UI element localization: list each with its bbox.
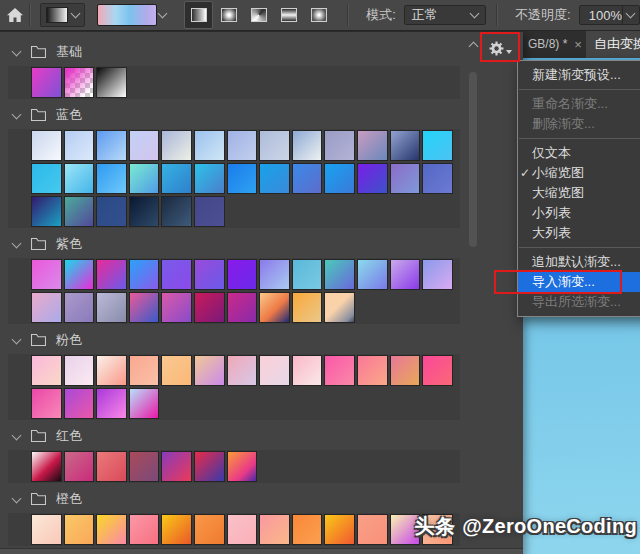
- gradient-swatch[interactable]: [96, 196, 127, 227]
- tool-preset-picker[interactable]: [40, 3, 85, 27]
- gradient-swatch[interactable]: [324, 163, 355, 194]
- gradient-swatch[interactable]: [129, 355, 160, 386]
- gradient-swatch[interactable]: [64, 67, 95, 98]
- gradient-swatch[interactable]: [357, 163, 388, 194]
- gradient-swatch[interactable]: [357, 130, 388, 161]
- gradient-swatch[interactable]: [324, 292, 355, 323]
- gradient-swatch[interactable]: [227, 514, 258, 545]
- gradient-swatch[interactable]: [96, 292, 127, 323]
- gradient-swatch[interactable]: [31, 259, 62, 290]
- gradient-swatch[interactable]: [129, 292, 160, 323]
- gradient-swatch[interactable]: [422, 163, 453, 194]
- gradient-swatch[interactable]: [194, 163, 225, 194]
- gradient-type-linear-button[interactable]: [184, 1, 213, 29]
- gradient-swatch[interactable]: [96, 67, 127, 98]
- gradient-swatch[interactable]: [129, 163, 160, 194]
- group-header[interactable]: 粉色: [0, 332, 523, 348]
- gradient-swatch[interactable]: [64, 196, 95, 227]
- gradient-swatch[interactable]: [292, 514, 323, 545]
- menu-item[interactable]: 新建渐变预设...: [518, 65, 640, 85]
- opacity-dropdown[interactable]: 100%: [579, 5, 640, 25]
- home-button[interactable]: [5, 2, 24, 28]
- gradient-swatch[interactable]: [64, 388, 95, 419]
- gradient-swatch[interactable]: [129, 388, 160, 419]
- gradient-swatch[interactable]: [292, 259, 323, 290]
- gradient-swatch[interactable]: [259, 292, 290, 323]
- gradient-swatch[interactable]: [96, 163, 127, 194]
- gradient-swatch[interactable]: [259, 259, 290, 290]
- gradient-swatch[interactable]: [31, 67, 62, 98]
- gradient-swatch[interactable]: [96, 259, 127, 290]
- gradient-swatch[interactable]: [259, 163, 290, 194]
- gradient-swatch[interactable]: [96, 514, 127, 545]
- gradient-swatch[interactable]: [390, 130, 421, 161]
- gradient-swatch[interactable]: [194, 292, 225, 323]
- gradient-swatch[interactable]: [129, 196, 160, 227]
- menu-item[interactable]: 追加默认渐变...: [518, 252, 640, 272]
- gradient-swatch[interactable]: [161, 163, 192, 194]
- gradient-swatch[interactable]: [227, 130, 258, 161]
- gradient-swatch[interactable]: [31, 388, 62, 419]
- gradient-swatch[interactable]: [31, 196, 62, 227]
- panel-menu-button[interactable]: [487, 37, 514, 59]
- gradient-swatch[interactable]: [96, 388, 127, 419]
- gradient-swatch[interactable]: [357, 355, 388, 386]
- gradient-swatch[interactable]: [324, 514, 355, 545]
- blend-mode-dropdown[interactable]: 正常: [404, 5, 487, 25]
- gradient-swatch[interactable]: [259, 130, 290, 161]
- gradient-swatch[interactable]: [422, 130, 453, 161]
- group-header[interactable]: 基础: [0, 44, 523, 60]
- gradient-type-diamond-button[interactable]: [304, 1, 333, 29]
- gradient-type-reflected-button[interactable]: [274, 1, 303, 29]
- gradient-swatch[interactable]: [96, 130, 127, 161]
- gradient-swatch[interactable]: [161, 259, 192, 290]
- gradient-preview-bar[interactable]: [97, 4, 157, 26]
- gradient-swatch[interactable]: [227, 163, 258, 194]
- group-header[interactable]: 紫色: [0, 236, 523, 252]
- menu-item[interactable]: 大缩览图: [518, 183, 640, 203]
- gradient-swatch[interactable]: [357, 514, 388, 545]
- gradient-swatch[interactable]: [324, 259, 355, 290]
- gradient-swatch[interactable]: [357, 259, 388, 290]
- gradient-swatch[interactable]: [227, 259, 258, 290]
- gradient-swatch[interactable]: [31, 355, 62, 386]
- gradient-swatch[interactable]: [324, 355, 355, 386]
- gradient-swatch[interactable]: [31, 292, 62, 323]
- gradient-swatch[interactable]: [129, 130, 160, 161]
- gradient-swatch[interactable]: [31, 130, 62, 161]
- gradient-swatch[interactable]: [31, 163, 62, 194]
- gradient-swatch[interactable]: [64, 451, 95, 482]
- gradient-swatch[interactable]: [161, 451, 192, 482]
- gradient-swatch[interactable]: [292, 130, 323, 161]
- gradient-swatch[interactable]: [194, 355, 225, 386]
- gradient-swatch[interactable]: [194, 196, 225, 227]
- gradient-swatch[interactable]: [292, 292, 323, 323]
- gradient-picker-toggle[interactable]: [157, 4, 169, 26]
- gradient-swatch[interactable]: [227, 451, 258, 482]
- gradient-swatch[interactable]: [161, 514, 192, 545]
- gradient-swatch[interactable]: [31, 514, 62, 545]
- gradient-swatch[interactable]: [390, 355, 421, 386]
- menu-item[interactable]: 导入渐变...: [518, 272, 640, 292]
- gradient-swatch[interactable]: [292, 355, 323, 386]
- gradient-swatch[interactable]: [259, 514, 290, 545]
- group-header[interactable]: 红色: [0, 428, 523, 444]
- gradient-swatch[interactable]: [161, 196, 192, 227]
- gradient-swatch[interactable]: [129, 259, 160, 290]
- gradient-swatch[interactable]: [31, 451, 62, 482]
- gradient-swatch[interactable]: [129, 514, 160, 545]
- menu-item[interactable]: 仅文本: [518, 143, 640, 163]
- gradient-swatch[interactable]: [194, 259, 225, 290]
- gradient-swatch[interactable]: [161, 130, 192, 161]
- gradient-swatch[interactable]: [422, 355, 453, 386]
- gradient-type-radial-button[interactable]: [214, 1, 243, 29]
- gradient-swatch[interactable]: [64, 514, 95, 545]
- close-icon[interactable]: ×: [574, 37, 582, 52]
- gradient-swatch[interactable]: [161, 292, 192, 323]
- gradient-type-angle-button[interactable]: [244, 1, 273, 29]
- gradient-swatch[interactable]: [64, 259, 95, 290]
- gradient-swatch[interactable]: [324, 130, 355, 161]
- menu-item[interactable]: ✓小缩览图: [518, 163, 640, 183]
- gradient-swatch[interactable]: [390, 259, 421, 290]
- gradient-swatch[interactable]: [390, 163, 421, 194]
